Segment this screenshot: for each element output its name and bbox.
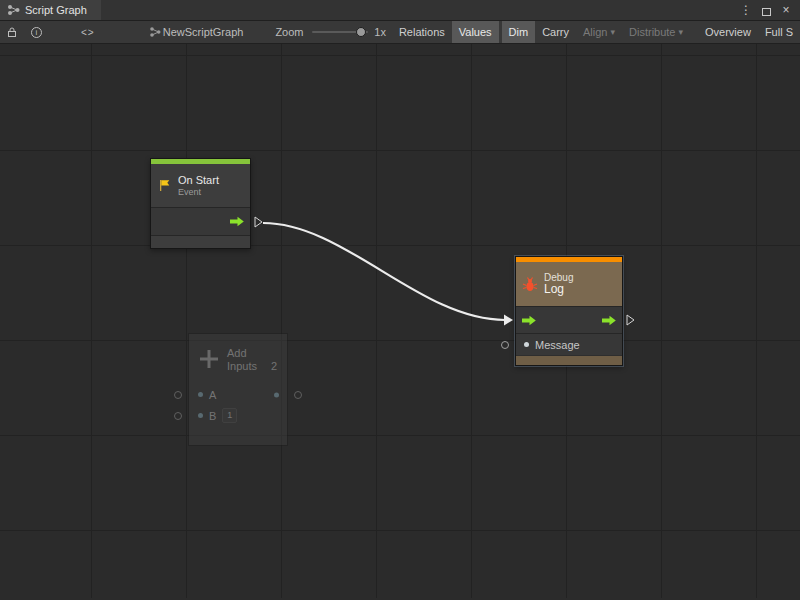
- titlebar: Script Graph ⋮ ×: [0, 0, 800, 21]
- window-controls: ⋮ ×: [738, 0, 800, 20]
- script-graph-icon: [7, 4, 20, 16]
- on-start-title: On Start: [178, 174, 219, 187]
- port-b-value-field[interactable]: 1: [222, 408, 237, 423]
- graph-asset-icon: [143, 21, 163, 43]
- window-maximize-button[interactable]: [758, 4, 774, 17]
- distribute-label: Distribute: [629, 26, 675, 38]
- debug-log-footer: [516, 355, 622, 365]
- align-label: Align: [583, 26, 607, 38]
- add-header: Add Inputs 2: [189, 334, 287, 384]
- bug-icon: [522, 276, 538, 293]
- zoom-value: 1x: [374, 21, 386, 43]
- port-b-input-port[interactable]: [174, 412, 182, 420]
- tab-script-graph[interactable]: Script Graph: [0, 0, 101, 20]
- values-button[interactable]: Values: [452, 21, 499, 43]
- flow-arrow-icon[interactable]: [229, 216, 245, 227]
- add-output-port[interactable]: [294, 391, 302, 399]
- connection-wire[interactable]: [263, 223, 505, 320]
- add-title-line2: Inputs: [227, 360, 257, 372]
- port-b-dot[interactable]: [198, 413, 203, 418]
- node-on-start[interactable]: On Start Event: [150, 158, 251, 249]
- tab-title: Script Graph: [25, 4, 87, 16]
- lock-icon[interactable]: [0, 21, 24, 43]
- add-port-b-row: B 1: [189, 405, 287, 426]
- maximize-icon: [761, 7, 772, 17]
- add-output-dot[interactable]: [274, 392, 279, 397]
- port-a-dot[interactable]: [198, 392, 203, 397]
- message-port-dot[interactable]: [524, 342, 529, 347]
- on-start-header: On Start Event: [151, 164, 250, 207]
- add-input-count[interactable]: 2: [271, 360, 277, 372]
- debug-log-title: Log: [544, 283, 573, 296]
- code-icon[interactable]: <>: [75, 21, 101, 43]
- zoom-slider[interactable]: [312, 26, 369, 38]
- on-start-trigger-row: [151, 207, 250, 235]
- carry-button[interactable]: Carry: [535, 21, 576, 43]
- flag-icon: [157, 178, 172, 193]
- overview-button[interactable]: Overview: [698, 21, 758, 43]
- window-menu-button[interactable]: ⋮: [738, 2, 754, 18]
- trigger-output-port[interactable]: [254, 216, 263, 228]
- port-a-input-port[interactable]: [174, 391, 182, 399]
- add-port-a-row: A: [189, 384, 287, 405]
- plus-icon: [198, 348, 220, 370]
- fullscreen-button[interactable]: Full S: [758, 21, 800, 43]
- debug-log-header: Debug Log: [516, 262, 622, 306]
- port-a-label: A: [209, 389, 216, 401]
- message-port-label: Message: [535, 339, 580, 351]
- window-close-button[interactable]: ×: [778, 2, 794, 18]
- debug-message-row: Message: [516, 333, 622, 355]
- dim-button[interactable]: Dim: [502, 21, 536, 43]
- svg-text:i: i: [36, 28, 38, 37]
- debug-trigger-row: [516, 306, 622, 333]
- distribute-button[interactable]: Distribute ▾: [622, 21, 690, 43]
- node-debug-log[interactable]: Debug Log Message: [515, 256, 623, 366]
- debug-trigger-output-port[interactable]: [626, 314, 635, 326]
- wire-layer: [0, 44, 800, 598]
- flow-arrow-out-icon[interactable]: [601, 315, 617, 326]
- graph-name[interactable]: NewScriptGraph: [163, 21, 244, 43]
- message-input-port[interactable]: [501, 341, 509, 349]
- on-start-footer: [151, 235, 250, 248]
- flow-arrow-in-icon[interactable]: [521, 315, 537, 326]
- graph-toolbar: i <> NewScriptGraph Zoom 1x Relations Va…: [0, 21, 800, 44]
- add-title-line1: Add: [227, 347, 277, 359]
- port-b-label: B: [209, 410, 216, 422]
- zoom-slider-handle[interactable]: [356, 27, 366, 37]
- chevron-down-icon: ▾: [679, 27, 684, 37]
- wire-arrowhead-icon: [504, 315, 513, 326]
- graph-canvas[interactable]: On Start Event: [0, 44, 800, 598]
- zoom-label: Zoom: [275, 21, 303, 43]
- info-icon[interactable]: i: [24, 21, 49, 43]
- align-button[interactable]: Align ▾: [576, 21, 622, 43]
- on-start-subtitle: Event: [178, 187, 219, 198]
- chevron-down-icon: ▾: [611, 27, 616, 37]
- relations-button[interactable]: Relations: [392, 21, 452, 43]
- node-add[interactable]: Add Inputs 2 A B 1: [188, 333, 288, 446]
